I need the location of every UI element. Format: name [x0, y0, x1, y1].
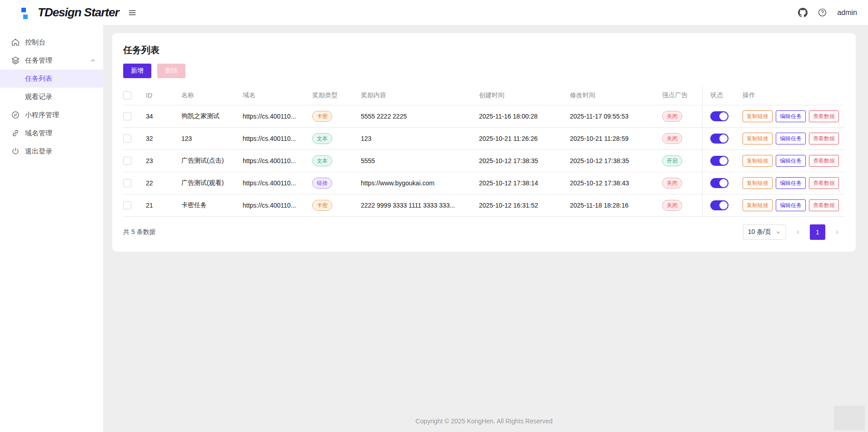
copy-link-button[interactable]: 复制链接 — [743, 133, 773, 144]
reward-type-tag: 卡密 — [312, 200, 332, 211]
sidebar-item-miniprogram-management[interactable]: 小程序管理 — [0, 106, 103, 124]
force-ad-badge: 关闭 — [662, 178, 682, 189]
cell-created: 2025-10-21 11:26:26 — [479, 135, 570, 142]
delete-button[interactable]: 删除 — [157, 64, 185, 78]
row-checkbox[interactable] — [123, 179, 131, 187]
sidebar-item-task-management[interactable]: 任务管理 — [0, 51, 103, 70]
sidebar-nav: 控制台 任务管理 任务列表 — [0, 25, 103, 432]
col-header-domain: 域名 — [243, 91, 312, 99]
table-row: 23 广告测试(点击) https://cs.400110... 文本 5555… — [123, 150, 845, 172]
reward-type-tag: 链接 — [312, 178, 332, 189]
reward-type-tag: 文本 — [312, 133, 332, 144]
sidebar-item-label: 任务管理 — [25, 56, 52, 65]
view-data-button[interactable]: 查看数据 — [809, 110, 839, 122]
force-ad-badge: 开启 — [662, 155, 682, 166]
main-content: 任务列表 新增 删除 ID 名称 域名 奖励类型 奖励内容 创建时间 — [103, 25, 868, 432]
corner-overlay — [834, 406, 865, 430]
logo-mark-icon — [21, 6, 31, 19]
status-toggle[interactable] — [710, 200, 728, 210]
edit-task-button[interactable]: 编辑任务 — [776, 155, 806, 167]
sidebar-item-domain-management[interactable]: 域名管理 — [0, 124, 103, 142]
cell-domain: https://cs.400110... — [243, 135, 312, 142]
table-row: 32 123 https://cs.400110... 文本 123 2025-… — [123, 128, 845, 150]
view-data-button[interactable]: 查看数据 — [809, 177, 839, 189]
cell-name: 卡密任务 — [181, 201, 243, 209]
edit-task-button[interactable]: 编辑任务 — [776, 177, 806, 189]
task-list-card: 任务列表 新增 删除 ID 名称 域名 奖励类型 奖励内容 创建时间 — [112, 33, 856, 252]
status-toggle[interactable] — [710, 111, 728, 121]
cell-id: 32 — [146, 135, 181, 142]
cell-created: 2025-11-16 18:00:28 — [479, 113, 570, 120]
help-icon[interactable] — [818, 8, 827, 17]
row-checkbox[interactable] — [123, 201, 131, 209]
cell-id: 34 — [146, 113, 181, 120]
cell-modified: 2025-10-21 11:28:59 — [570, 135, 662, 142]
status-toggle[interactable] — [710, 156, 728, 166]
prev-page-button[interactable] — [790, 224, 806, 240]
github-icon[interactable] — [798, 8, 808, 17]
cell-created: 2025-10-12 17:38:35 — [479, 157, 570, 164]
table-row: 22 广告测试(观看) https://cs.400110... 链接 http… — [123, 172, 845, 194]
user-menu[interactable]: admin — [837, 9, 857, 17]
view-data-button[interactable]: 查看数据 — [809, 199, 839, 211]
sidebar-item-dashboard[interactable]: 控制台 — [0, 33, 103, 51]
sidebar-item-label: 小程序管理 — [25, 111, 59, 119]
status-toggle[interactable] — [710, 178, 728, 188]
col-header-id: ID — [146, 92, 181, 99]
add-button[interactable]: 新增 — [123, 64, 151, 78]
sidebar-item-watch-records[interactable]: 观看记录 — [0, 88, 103, 106]
cell-modified: 2025-10-12 17:38:35 — [570, 157, 662, 164]
next-page-button[interactable] — [829, 224, 845, 240]
table-row: 21 卡密任务 https://cs.400110... 卡密 2222 999… — [123, 194, 845, 217]
cell-domain: https://cs.400110... — [243, 202, 312, 209]
app-root: TDesign Starter admin — [0, 0, 868, 432]
col-header-status: 状态 — [702, 85, 743, 105]
reward-type-tag: 卡密 — [312, 111, 332, 122]
copy-link-button[interactable]: 复制链接 — [743, 177, 773, 189]
cell-id: 21 — [146, 202, 181, 209]
page-number-button[interactable]: 1 — [810, 224, 825, 240]
cell-id: 22 — [146, 179, 181, 187]
view-data-button[interactable]: 查看数据 — [809, 155, 839, 167]
cell-reward-content: 2222 9999 3333 1111 3333 333... — [361, 202, 479, 209]
app-logo[interactable]: TDesign Starter — [21, 5, 119, 20]
view-data-button[interactable]: 查看数据 — [809, 133, 839, 144]
circle-link-icon — [11, 110, 20, 119]
row-checkbox[interactable] — [123, 112, 131, 120]
row-checkbox[interactable] — [123, 157, 131, 165]
copy-link-button[interactable]: 复制链接 — [743, 155, 773, 167]
cell-id: 23 — [146, 157, 181, 164]
cell-modified: 2025-11-18 18:28:16 — [570, 202, 662, 209]
force-ad-badge: 关闭 — [662, 200, 682, 211]
sidebar-item-label: 控制台 — [25, 38, 45, 47]
select-all-checkbox[interactable] — [123, 91, 131, 99]
col-header-created: 创建时间 — [479, 91, 570, 99]
row-checkbox[interactable] — [123, 134, 131, 143]
sidebar-item-logout[interactable]: 退出登录 — [0, 142, 103, 160]
cell-name: 广告测试(观看) — [181, 179, 243, 187]
sidebar-item-label: 域名管理 — [25, 129, 52, 138]
table-row: 34 狗凯之家测试 https://cs.400110... 卡密 5555 2… — [123, 105, 845, 128]
cell-created: 2025-10-12 17:38:14 — [479, 179, 570, 187]
cell-name: 广告测试(点击) — [181, 157, 243, 165]
status-toggle[interactable] — [710, 134, 728, 144]
sidebar-item-label: 观看记录 — [25, 93, 52, 101]
copy-link-button[interactable]: 复制链接 — [743, 199, 773, 211]
copy-link-button[interactable]: 复制链接 — [743, 110, 773, 122]
collapse-menu-icon[interactable] — [127, 8, 137, 18]
link-icon — [11, 129, 20, 138]
cell-name: 狗凯之家测试 — [181, 112, 243, 120]
page-title: 任务列表 — [123, 44, 845, 56]
cell-reward-content: 123 — [361, 135, 479, 142]
cell-name: 123 — [181, 135, 243, 142]
edit-task-button[interactable]: 编辑任务 — [776, 199, 806, 211]
cell-reward-content: https://www.bygoukai.com — [361, 179, 479, 187]
col-header-reward-type: 奖励类型 — [312, 91, 361, 99]
logo-text: TDesign Starter — [38, 5, 119, 20]
sidebar-item-task-list[interactable]: 任务列表 — [0, 70, 103, 88]
col-header-name: 名称 — [181, 91, 243, 99]
edit-task-button[interactable]: 编辑任务 — [776, 110, 806, 122]
edit-task-button[interactable]: 编辑任务 — [776, 133, 806, 144]
page-size-select[interactable]: 10 条/页 — [743, 224, 786, 240]
cell-modified: 2025-10-12 17:38:43 — [570, 179, 662, 187]
